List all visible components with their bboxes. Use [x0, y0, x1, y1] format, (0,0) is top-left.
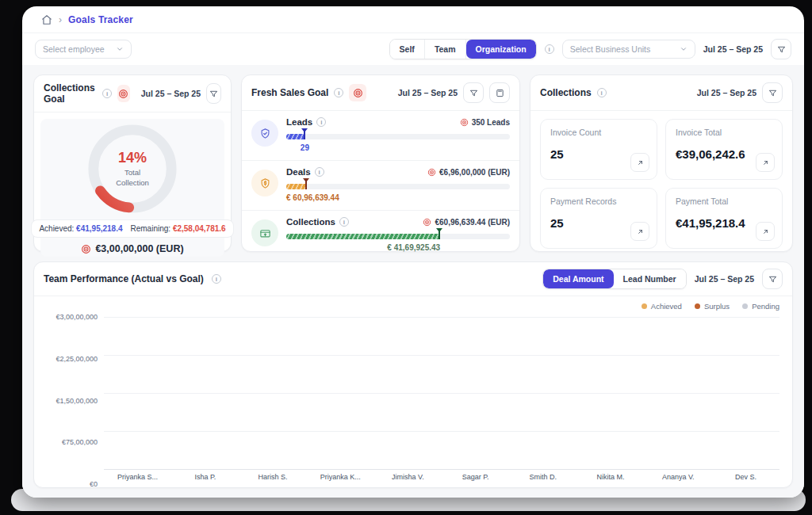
select-business-units-placeholder: Select Business Units — [570, 44, 651, 54]
goal-total-line: €3,00,00,000 (EUR) — [81, 243, 183, 254]
x-axis-label: Priyanka K... — [307, 473, 374, 481]
toggle-lead-number[interactable]: Lead Number — [614, 269, 686, 288]
deals-label: Deals — [286, 167, 311, 177]
home-icon[interactable] — [41, 14, 52, 25]
remaining-value: €2,58,04,781.6 — [173, 224, 226, 233]
select-business-units[interactable]: Select Business Units — [562, 40, 695, 59]
arrow-up-right-icon — [762, 228, 769, 235]
achieved-label: Achieved: — [39, 224, 74, 233]
select-employee[interactable]: Select employee — [35, 40, 132, 59]
legend-item-surplus[interactable]: Surplus — [695, 302, 730, 311]
chart-y-axis: €3,00,00,000€2,25,00,000€1,50,00,000€75,… — [42, 317, 104, 484]
funnel-icon — [209, 90, 218, 98]
open-link-button[interactable] — [756, 153, 775, 172]
y-tick-label: €2,25,00,000 — [56, 355, 98, 363]
goal-total-value: €3,00,00,000 (EUR) — [95, 243, 183, 254]
info-icon[interactable]: i — [316, 117, 326, 127]
funnel-icon — [768, 89, 777, 97]
deals-progress-bar[interactable] — [286, 184, 510, 189]
target-icon — [460, 118, 469, 127]
breadcrumb: › Goals Tracker — [22, 6, 804, 33]
leads-label: Leads — [286, 117, 312, 127]
goal-target-icon — [117, 85, 130, 102]
date-range[interactable]: Jul 25 – Sep 25 — [703, 44, 763, 54]
y-tick-label: €1,50,00,000 — [56, 397, 98, 405]
filter-funnel-button[interactable] — [762, 82, 783, 103]
achieved-value: €41,95,218.4 — [76, 224, 122, 233]
chart-x-axis: Priyanka S...Isha P.Harish S.Priyanka K.… — [104, 470, 779, 484]
deals-goal-value: €6,96,00,000 (EUR) — [427, 168, 510, 177]
info-icon[interactable]: i — [597, 88, 607, 97]
open-link-button[interactable] — [630, 222, 649, 241]
team-performance-chart: €3,00,00,000€2,25,00,000€1,50,00,000€75,… — [34, 312, 792, 487]
goal-target-icon — [349, 84, 366, 101]
x-axis-label: Nikita M. — [576, 473, 644, 481]
filter-funnel-button[interactable] — [463, 82, 484, 103]
x-axis-label: Priyanka S... — [104, 473, 171, 481]
filter-funnel-button[interactable] — [762, 269, 783, 289]
open-link-button[interactable] — [630, 153, 649, 172]
collections-goal-title: Collections Goal — [44, 82, 97, 105]
collections-goal-row: Collections i €60,96,639.44 (EUR) € 41,6… — [242, 211, 519, 260]
filter-funnel-button[interactable] — [771, 39, 791, 59]
y-tick-label: €0 — [90, 480, 98, 488]
target-icon — [81, 244, 91, 254]
scope-tab-self[interactable]: Self — [390, 40, 424, 59]
leads-progress-value: 29 — [301, 143, 309, 152]
collections-progress-bar[interactable] — [286, 234, 510, 239]
collections-progress-value: € 41,69,925.43 — [387, 243, 440, 252]
leads-progress-marker — [304, 129, 305, 139]
x-axis-label: Ananya V. — [645, 473, 712, 481]
info-icon[interactable]: i — [339, 217, 349, 227]
goal-percent: 14% — [118, 150, 147, 166]
funnel-icon — [469, 89, 478, 97]
scope-tab-organization[interactable]: Organization — [466, 40, 536, 59]
info-icon[interactable]: i — [212, 274, 221, 284]
collections-goal-card: Collections Goal i Jul 25 – Sep 25 — [33, 74, 232, 252]
legend-item-pending[interactable]: Pending — [742, 302, 779, 311]
leads-progress-bar[interactable] — [286, 134, 510, 139]
collection-donut-chart[interactable]: 14% Total Collection — [86, 122, 179, 216]
remaining-label: Remaining: — [131, 224, 171, 233]
arrow-up-right-icon — [637, 228, 644, 235]
collections-title: Collections — [540, 87, 592, 98]
y-tick-label: €75,00,000 — [62, 438, 98, 446]
funnel-icon — [768, 275, 777, 284]
open-link-button[interactable] — [756, 222, 775, 241]
card-date-range: Jul 25 – Sep 25 — [697, 88, 756, 97]
filter-funnel-button[interactable] — [206, 83, 221, 104]
funnel-icon — [777, 45, 786, 54]
payment-records-tile: Payment Records 25 — [540, 188, 657, 249]
invoice-count-tile: Invoice Count 25 — [540, 119, 657, 180]
tile-label: Payment Records — [550, 196, 647, 206]
card-date-range: Jul 25 – Sep 25 — [695, 274, 754, 284]
target-icon — [427, 168, 436, 177]
tile-label: Invoice Count — [550, 128, 647, 137]
chevron-down-icon — [680, 45, 688, 53]
x-axis-label: Harish S. — [239, 473, 306, 481]
collections-card-icon — [251, 219, 278, 246]
team-performance-card: Team Performance (Actual vs Goal) i Deal… — [33, 261, 793, 488]
invoice-total-tile: Invoice Total €39,06,242.6 — [665, 119, 783, 180]
calculator-icon — [496, 89, 504, 97]
chart-legend: AchievedSurplusPending — [34, 296, 792, 312]
x-axis-label: Jimisha V. — [374, 473, 442, 481]
calculator-button[interactable] — [489, 82, 510, 103]
info-icon[interactable]: i — [315, 167, 324, 177]
deals-progress-value: € 60,96,639.44 — [286, 193, 339, 202]
toggle-deal-amount[interactable]: Deal Amount — [543, 269, 613, 288]
x-axis-label: Dev S. — [712, 473, 779, 481]
page-title[interactable]: Goals Tracker — [68, 14, 133, 25]
scope-tab-team[interactable]: Team — [424, 40, 466, 59]
select-employee-placeholder: Select employee — [43, 44, 105, 54]
arrow-up-right-icon — [762, 159, 769, 166]
legend-item-achieved[interactable]: Achieved — [642, 302, 682, 311]
tile-label: Invoice Total — [676, 128, 772, 137]
filter-bar: Select employee Self Team Organization i… — [22, 33, 804, 65]
business-units-info-icon[interactable]: i — [545, 44, 554, 54]
info-icon[interactable]: i — [334, 88, 343, 97]
x-axis-label: Isha P. — [171, 473, 239, 481]
info-icon[interactable]: i — [102, 89, 112, 98]
leads-goal-value: 350 Leads — [460, 118, 510, 127]
x-axis-label: Sagar P. — [442, 473, 509, 481]
